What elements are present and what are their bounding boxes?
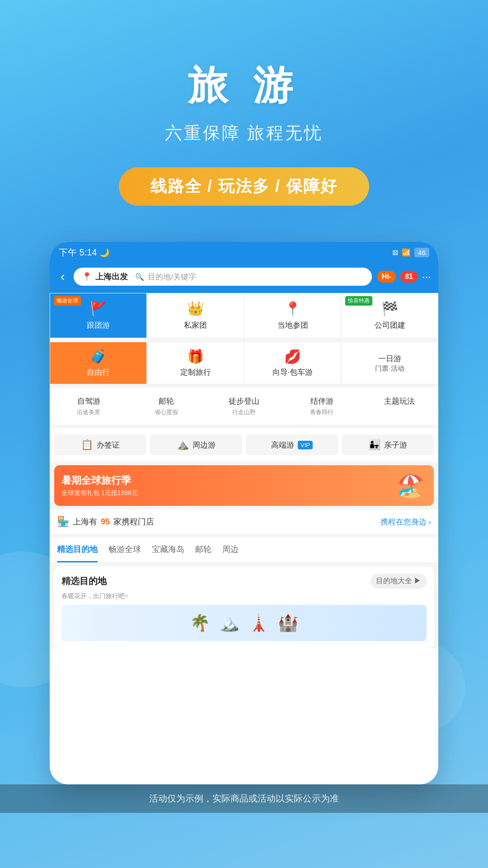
small-cat-hiking-sub: 行走山野 xyxy=(232,408,256,416)
store-icon: 🏪 xyxy=(57,516,69,528)
cat-icon-guide: 💋 xyxy=(284,349,301,364)
cat-label-oneday: 一日游门票·活动 xyxy=(375,354,404,373)
status-time: 下午 5:14 xyxy=(59,246,97,259)
cat-label-guide: 向导·包车游 xyxy=(272,367,313,377)
family-icon: 👨‍👧 xyxy=(368,439,380,451)
status-bar: 下午 5:14 🌙 ⊠ 📶 46 xyxy=(50,242,438,263)
category-private-tour[interactable]: 👑 私家团 xyxy=(147,293,244,338)
tab-island[interactable]: 宝藏海岛 xyxy=(152,538,184,562)
promo-banner[interactable]: 暑期全球旅行季 全球度假礼包 1元抵1888元 🏖️ xyxy=(54,465,434,506)
destination-section: 精选目的地 目的地大全 ▶ 春暖花开，出门旅行吧~ 🌴 🏔️ 🗼 🏰 xyxy=(54,566,434,648)
small-cat-partner[interactable]: 结伴游 青春同行 xyxy=(283,392,361,420)
store-prefix: 上海有 xyxy=(73,516,97,527)
banner-subtitle: 全球度假礼包 1元抵1888元 xyxy=(61,489,138,497)
category-corp-tour[interactable]: 惊喜特惠 🏁 公司团建 xyxy=(341,293,438,338)
service-nearby[interactable]: ⛰️ 周边游 xyxy=(150,434,242,455)
cat-icon-corp: 🏁 xyxy=(381,301,398,316)
category-row2: 🧳 自由行 🎁 定制旅行 💋 向导·包车游 一日游门票·活动 xyxy=(50,342,438,384)
content-tabs: 精选目的地 畅游全球 宝藏海岛 邮轮 周边 xyxy=(50,538,438,563)
nearby-icon: ⛰️ xyxy=(177,439,189,451)
disclaimer-text: 活动仅为示例，实际商品或活动以实际公示为准 xyxy=(149,793,339,803)
app-header: ‹ 📍 上海出发 🔍 目的地/关键字 Hi- 81 ··· xyxy=(50,263,438,293)
cat-icon-local: 📍 xyxy=(284,301,301,316)
hi-badge[interactable]: Hi- xyxy=(377,271,396,283)
dest-preview: 🌴 🏔️ 🗼 🏰 xyxy=(61,605,427,641)
tab-selected-dest[interactable]: 精选目的地 xyxy=(57,538,98,562)
cat-label-priv: 私家团 xyxy=(184,320,207,330)
hero-badge[interactable]: 线路全 / 玩法多 / 保障好 xyxy=(119,167,369,206)
small-cat-cruise-title: 邮轮 xyxy=(159,396,174,406)
small-cat-cruise[interactable]: 邮轮 省心度假 xyxy=(127,392,205,420)
category-oneday-activity[interactable]: 一日游门票·活动 xyxy=(341,342,438,384)
dest-icon-1: 🌴 xyxy=(190,613,210,632)
small-cat-driving-sub: 沿途美景 xyxy=(77,408,100,416)
store-suffix: 家携程门店 xyxy=(113,516,154,527)
service-family[interactable]: 👨‍👧 亲子游 xyxy=(342,434,434,455)
cat-label-custom: 定制旅行 xyxy=(180,367,211,377)
cat-label-free: 自由行 xyxy=(87,367,110,377)
small-cat-cruise-sub: 省心度假 xyxy=(155,408,178,416)
visa-label: 办签证 xyxy=(97,440,120,450)
more-icon[interactable]: ··· xyxy=(422,270,431,283)
tab-cruise[interactable]: 邮轮 xyxy=(195,538,211,562)
store-info: 🏪 上海有 95 家携程门店 携程在您身边 › xyxy=(50,509,438,534)
banner-illustration: 🏖️ xyxy=(397,472,425,499)
service-row: 📋 办签证 ⛰️ 周边游 高端游 VIP 👨‍👧 亲子游 xyxy=(50,428,438,462)
category-custom-travel[interactable]: 🎁 定制旅行 xyxy=(147,342,244,384)
cat-label-gen: 跟团游 xyxy=(87,320,110,330)
cat-badge-special: 惊喜特惠 xyxy=(345,296,372,306)
store-link[interactable]: 携程在您身边 › xyxy=(380,517,431,527)
small-cat-theme-title: 主题玩法 xyxy=(384,396,415,406)
cat-icon-priv: 👑 xyxy=(187,301,204,316)
cat-icon-gen: 🚩 xyxy=(90,301,107,316)
vip-badge: VIP xyxy=(298,441,313,449)
category-grid: 畅游全球 🚩 跟团游 👑 私家团 📍 当地参团 惊喜特惠 🏁 公司团建 xyxy=(50,293,438,338)
hero-title: 旅 游 xyxy=(0,59,488,113)
cat-icon-custom: 🎁 xyxy=(187,349,204,364)
wifi-icon: 📶 xyxy=(402,248,411,257)
small-cat-driving-title: 自驾游 xyxy=(77,396,100,406)
category-free-travel[interactable]: 🧳 自由行 xyxy=(50,342,147,384)
small-cat-hiking[interactable]: 徒步登山 行走山野 xyxy=(205,392,283,420)
disclaimer-bar: 活动仅为示例，实际商品或活动以实际公示为准 xyxy=(0,784,488,813)
banner-text: 暑期全球旅行季 全球度假礼包 1元抵1888元 xyxy=(61,474,138,497)
cat-badge-changeyou: 畅游全球 xyxy=(54,296,81,306)
small-cat-partner-sub: 青春同行 xyxy=(310,408,333,416)
notification-badge[interactable]: 81 xyxy=(400,271,418,283)
dest-icon-2: 🏔️ xyxy=(219,613,239,632)
family-label: 亲子游 xyxy=(384,440,407,450)
small-cat-driving[interactable]: 自驾游 沿途美景 xyxy=(50,392,127,420)
back-button[interactable]: ‹ xyxy=(57,268,68,286)
banner-title: 暑期全球旅行季 xyxy=(61,474,138,487)
search-dest-placeholder: 目的地/关键字 xyxy=(148,272,196,282)
dest-icon-4: 🏰 xyxy=(278,613,298,632)
small-categories: 自驾游 沿途美景 邮轮 省心度假 徒步登山 行走山野 结伴游 青春同行 主题玩法 xyxy=(50,388,438,425)
small-cat-partner-title: 结伴游 xyxy=(310,396,333,406)
search-origin: 上海出发 xyxy=(95,271,128,282)
cat-icon-free: 🧳 xyxy=(90,349,107,364)
search-magnify-icon: 🔍 xyxy=(135,273,144,281)
category-guide-travel[interactable]: 💋 向导·包车游 xyxy=(244,342,341,384)
tab-global[interactable]: 畅游全球 xyxy=(108,538,141,562)
search-bar[interactable]: 📍 上海出发 🔍 目的地/关键字 xyxy=(74,268,372,286)
service-luxury[interactable]: 高端游 VIP xyxy=(246,434,338,455)
category-gen-tour[interactable]: 畅游全球 🚩 跟团游 xyxy=(50,293,147,338)
moon-icon: 🌙 xyxy=(99,248,109,258)
status-icons: ⊠ 📶 46 xyxy=(392,248,429,257)
service-visa[interactable]: 📋 办签证 xyxy=(54,434,146,455)
visa-icon: 📋 xyxy=(81,439,93,451)
hero-section: 旅 游 六重保障 旅程无忧 线路全 / 玩法多 / 保障好 xyxy=(0,0,488,233)
store-left: 🏪 上海有 95 家携程门店 xyxy=(57,516,154,528)
nearby-label: 周边游 xyxy=(192,440,216,450)
dest-header: 精选目的地 目的地大全 ▶ xyxy=(61,574,427,589)
dest-all-button[interactable]: 目的地大全 ▶ xyxy=(371,574,427,589)
app-content: 畅游全球 🚩 跟团游 👑 私家团 📍 当地参团 惊喜特惠 🏁 公司团建 xyxy=(50,293,438,648)
cat-label-corp: 公司团建 xyxy=(375,320,405,330)
luxury-label: 高端游 xyxy=(271,440,294,450)
dest-icon-3: 🗼 xyxy=(249,613,269,632)
hero-subtitle: 六重保障 旅程无忧 xyxy=(0,122,488,145)
category-local-tour[interactable]: 📍 当地参团 xyxy=(244,293,341,338)
cat-label-local: 当地参团 xyxy=(277,320,308,330)
tab-nearby[interactable]: 周边 xyxy=(222,538,239,562)
small-cat-theme[interactable]: 主题玩法 xyxy=(361,392,438,420)
